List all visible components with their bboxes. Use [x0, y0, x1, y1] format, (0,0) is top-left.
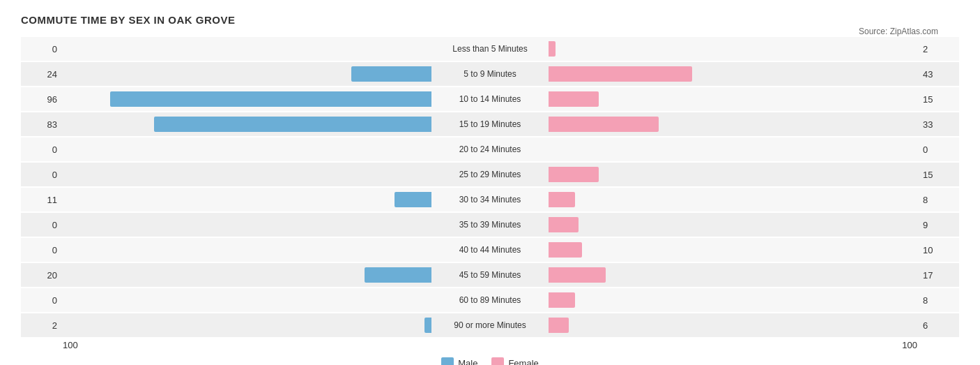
male-bar-wrap	[69, 292, 431, 308]
bottom-axis: 100 100	[21, 340, 959, 350]
male-bar-wrap	[69, 267, 431, 283]
male-bar-wrap	[69, 167, 431, 182]
table-row: 0 35 to 39 Minutes 9	[21, 213, 959, 237]
male-bar	[154, 117, 431, 132]
male-bar	[395, 192, 431, 207]
male-value: 20	[21, 270, 63, 281]
row-label: 10 to 14 Minutes	[434, 94, 546, 104]
table-row: 24 5 to 9 Minutes 43	[21, 62, 959, 86]
male-label: Male	[458, 358, 477, 366]
male-value: 2	[21, 320, 63, 331]
table-row: 0 25 to 29 Minutes 15	[21, 163, 959, 186]
female-value: 8	[917, 295, 959, 306]
female-value: 10	[917, 245, 959, 255]
female-value: 43	[917, 69, 959, 80]
male-value: 83	[21, 119, 63, 130]
female-value: 33	[917, 119, 959, 130]
axis-left: 100	[63, 340, 78, 350]
male-value: 0	[21, 144, 63, 155]
chart-area: 0 Less than 5 Minutes 2 24 5 to 9 Minute…	[21, 37, 959, 365]
male-value: 0	[21, 220, 63, 230]
female-label: Female	[508, 358, 538, 366]
row-label: 5 to 9 Minutes	[434, 69, 546, 79]
female-bar	[549, 66, 692, 82]
female-bar	[549, 267, 606, 283]
male-value: 0	[21, 245, 63, 255]
male-bar-wrap	[69, 242, 431, 258]
row-label: 60 to 89 Minutes	[434, 295, 546, 305]
legend: Male Female	[21, 357, 959, 365]
female-bar	[549, 318, 569, 333]
female-bar-wrap	[549, 117, 911, 132]
male-bar	[110, 91, 431, 107]
male-bar	[351, 66, 431, 82]
female-bar-wrap	[549, 192, 911, 207]
male-value: 11	[21, 195, 63, 205]
female-bar	[549, 91, 599, 107]
male-swatch	[441, 357, 454, 365]
female-value: 0	[917, 144, 959, 155]
female-bar	[549, 242, 582, 258]
female-bar	[549, 292, 575, 308]
female-bar-wrap	[549, 292, 911, 308]
row-label: 35 to 39 Minutes	[434, 220, 546, 230]
male-bar	[365, 267, 431, 283]
female-bar	[549, 192, 575, 207]
male-value: 0	[21, 170, 63, 180]
male-bar-wrap	[69, 41, 431, 57]
table-row: 11 30 to 34 Minutes 8	[21, 188, 959, 211]
female-value: 17	[917, 270, 959, 281]
female-bar	[549, 117, 659, 132]
table-row: 0 Less than 5 Minutes 2	[21, 37, 959, 61]
female-value: 2	[917, 44, 959, 54]
male-bar-wrap	[69, 217, 431, 232]
female-bar-wrap	[549, 91, 911, 107]
female-value: 8	[917, 195, 959, 205]
female-bar	[549, 217, 579, 232]
chart-title: COMMUTE TIME BY SEX IN OAK GROVE	[21, 14, 959, 26]
row-label: 20 to 24 Minutes	[434, 144, 546, 154]
male-bar-wrap	[69, 142, 431, 157]
male-bar-wrap	[69, 117, 431, 132]
row-label: 30 to 34 Minutes	[434, 195, 546, 204]
table-row: 83 15 to 19 Minutes 33	[21, 112, 959, 136]
male-value: 0	[21, 44, 63, 54]
male-bar-wrap	[69, 192, 431, 207]
row-label: 40 to 44 Minutes	[434, 245, 546, 255]
female-bar	[549, 41, 556, 57]
female-bar-wrap	[549, 242, 911, 258]
row-label: Less than 5 Minutes	[434, 44, 546, 54]
table-row: 2 90 or more Minutes 6	[21, 313, 959, 337]
legend-male: Male	[441, 357, 477, 365]
female-bar-wrap	[549, 142, 911, 157]
female-bar-wrap	[549, 318, 911, 333]
female-value: 9	[917, 220, 959, 230]
table-row: 0 20 to 24 Minutes 0	[21, 137, 959, 161]
female-swatch	[491, 357, 504, 365]
female-value: 15	[917, 94, 959, 105]
row-label: 15 to 19 Minutes	[434, 119, 546, 129]
row-label: 90 or more Minutes	[434, 320, 546, 330]
male-bar-wrap	[69, 66, 431, 82]
axis-right: 100	[902, 340, 917, 350]
female-value: 6	[917, 320, 959, 331]
table-row: 96 10 to 14 Minutes 15	[21, 87, 959, 111]
table-row: 0 40 to 44 Minutes 10	[21, 238, 959, 262]
female-bar-wrap	[549, 167, 911, 182]
table-row: 20 45 to 59 Minutes 17	[21, 263, 959, 287]
female-bar-wrap	[549, 41, 911, 57]
legend-female: Female	[491, 357, 538, 365]
male-bar-wrap	[69, 318, 431, 333]
female-value: 15	[917, 170, 959, 180]
female-bar	[549, 167, 599, 182]
female-bar-wrap	[549, 66, 911, 82]
male-value: 24	[21, 69, 63, 80]
female-bar-wrap	[549, 267, 911, 283]
source-label: Source: ZipAtlas.com	[859, 27, 938, 36]
male-value: 0	[21, 295, 63, 306]
row-label: 45 to 59 Minutes	[434, 270, 546, 280]
male-bar	[424, 318, 431, 333]
male-bar-wrap	[69, 91, 431, 107]
row-label: 25 to 29 Minutes	[434, 170, 546, 179]
female-bar-wrap	[549, 217, 911, 232]
